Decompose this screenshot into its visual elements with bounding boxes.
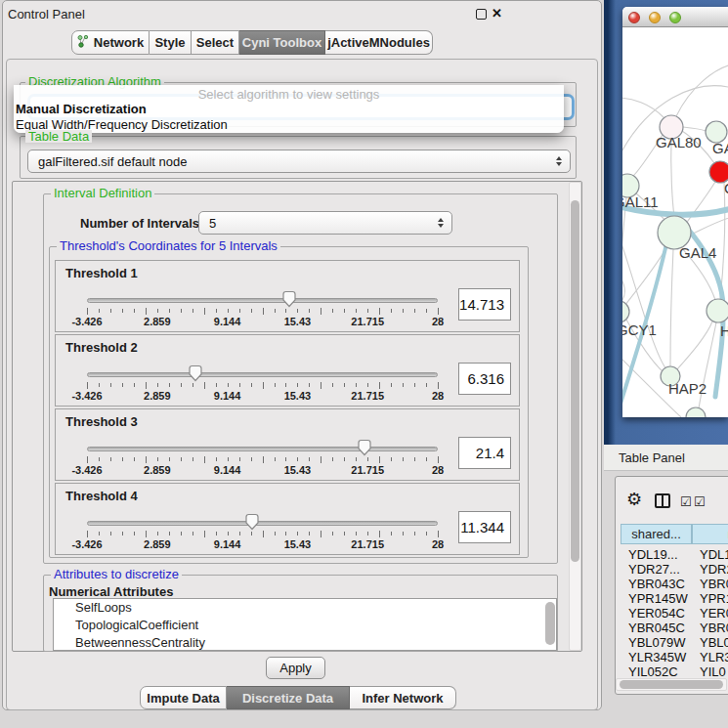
list-item-selfloops[interactable]: SelfLoops bbox=[54, 599, 556, 617]
table-cell[interactable]: YBL079W bbox=[628, 635, 692, 650]
tab-style[interactable]: Style bbox=[150, 30, 192, 55]
threshold-value-field[interactable]: 11.344 bbox=[458, 511, 511, 543]
tick-label: -3.426 bbox=[58, 538, 116, 550]
network-node-label: C bbox=[724, 180, 728, 196]
number-of-intervals-value: 5 bbox=[209, 216, 216, 231]
table-cell[interactable]: YDL19... bbox=[628, 547, 692, 562]
tick-mark bbox=[426, 309, 427, 313]
network-window-titlebar[interactable] bbox=[622, 7, 728, 27]
slider-thumb[interactable] bbox=[188, 364, 203, 382]
close-icon[interactable]: ✕ bbox=[492, 6, 502, 21]
tick-mark bbox=[367, 457, 368, 461]
tab-impute-data[interactable]: Impute Data bbox=[140, 686, 227, 709]
table-cell[interactable]: YER0 bbox=[700, 606, 728, 621]
table-cell[interactable]: YPR1 bbox=[700, 591, 728, 606]
tick-mark bbox=[169, 457, 170, 461]
table-data-combobox[interactable]: galFiltered.sif default node bbox=[27, 150, 571, 173]
slider-track[interactable] bbox=[87, 447, 438, 451]
network-node-label: GAL11 bbox=[622, 193, 659, 210]
threshold-value-field[interactable]: 6.316 bbox=[458, 363, 511, 395]
gear-icon[interactable]: ⚙ bbox=[626, 491, 642, 508]
tab-jactivemnodules[interactable]: jActiveMNodules bbox=[325, 30, 433, 55]
checkbox-icon[interactable]: ☑ bbox=[694, 494, 706, 509]
tick-mark bbox=[263, 531, 264, 537]
network-node-gcy1[interactable] bbox=[622, 301, 629, 322]
table-cell[interactable]: YIL052C bbox=[628, 664, 692, 679]
column-header-shared[interactable]: shared... bbox=[621, 524, 692, 544]
float-window-icon[interactable] bbox=[476, 9, 487, 20]
column-header-n[interactable]: n bbox=[692, 524, 728, 544]
zoom-button[interactable] bbox=[669, 12, 681, 23]
tick-mark bbox=[309, 383, 310, 387]
tick-mark bbox=[122, 383, 123, 387]
network-canvas[interactable]: GAL80GACGAL11GAL4GCY1HHAP2 bbox=[622, 27, 728, 417]
tab-network[interactable]: Network bbox=[71, 30, 150, 55]
main-scrollbar-thumb[interactable] bbox=[571, 200, 579, 562]
table-cell[interactable]: YLR3 bbox=[700, 650, 728, 664]
tick-mark bbox=[321, 308, 321, 315]
network-node-label: GA bbox=[712, 140, 728, 156]
slider-track[interactable] bbox=[87, 521, 438, 526]
dropdown-option-equal-width-frequency-discretization[interactable]: Equal Width/Frequency Discretization bbox=[14, 117, 564, 133]
tick-mark bbox=[193, 309, 193, 313]
table-cell[interactable]: YDR27... bbox=[628, 562, 692, 577]
tick-mark bbox=[309, 457, 310, 461]
attributes-list-scrollbar[interactable] bbox=[545, 602, 555, 645]
numerical-attributes-list[interactable]: SelfLoopsTopologicalCoefficientBetweenne… bbox=[53, 598, 557, 651]
tick-mark bbox=[99, 457, 100, 461]
control-panel-tabbar: NetworkStyleSelectCyni ToolboxjActiveMNo… bbox=[71, 30, 433, 55]
tick-mark bbox=[99, 532, 100, 535]
threshold-label: Threshold 1 bbox=[65, 266, 138, 280]
list-item-topologicalcoefficient[interactable]: TopologicalCoefficient bbox=[54, 617, 556, 634]
tick-mark bbox=[157, 309, 158, 313]
slider-track[interactable] bbox=[87, 372, 438, 377]
table-cell[interactable]: YER054C bbox=[628, 606, 692, 621]
table-cell[interactable]: YLR345W bbox=[628, 650, 692, 664]
tab-infer-network[interactable]: Infer Network bbox=[350, 686, 456, 709]
threshold-value-field[interactable]: 14.713 bbox=[458, 288, 511, 321]
table-cell[interactable]: YPR145W bbox=[628, 591, 692, 606]
slider-thumb[interactable] bbox=[244, 513, 260, 531]
tick-mark bbox=[146, 531, 147, 537]
table-cell[interactable]: YDR2 bbox=[700, 562, 728, 577]
network-node[interactable] bbox=[686, 407, 706, 417]
table-cell[interactable]: YBR045C bbox=[628, 621, 692, 635]
threshold-panel-3: Threshold 3-3.4262.8599.14415.4321.71528… bbox=[55, 408, 520, 481]
apply-button[interactable]: Apply bbox=[266, 657, 325, 679]
tick-mark bbox=[403, 457, 404, 461]
tick-label: 21.715 bbox=[338, 390, 397, 402]
list-item-betweennesscentrality[interactable]: BetweennessCentrality bbox=[54, 634, 556, 651]
tab-discretize-data[interactable]: Discretize Data bbox=[227, 686, 350, 709]
tick-mark bbox=[426, 383, 427, 387]
tick-mark bbox=[321, 382, 321, 389]
tab-cyni-toolbox[interactable]: Cyni Toolbox bbox=[239, 30, 325, 55]
tick-mark bbox=[263, 456, 264, 463]
tick-mark bbox=[367, 383, 368, 387]
close-button[interactable] bbox=[628, 12, 640, 23]
tick-mark bbox=[391, 383, 392, 387]
table-cell[interactable]: YDL1 bbox=[700, 547, 728, 562]
slider-thumb[interactable] bbox=[281, 290, 297, 308]
spinner-arrows-icon bbox=[438, 218, 444, 228]
tick-label: -3.426 bbox=[58, 464, 116, 476]
slider-thumb[interactable] bbox=[357, 439, 372, 456]
tick-mark bbox=[332, 532, 333, 535]
table-cell[interactable]: YIL0 bbox=[700, 664, 728, 679]
network-node-label: HAP2 bbox=[668, 380, 707, 397]
network-node-h[interactable] bbox=[707, 299, 728, 322]
tick-mark bbox=[263, 308, 264, 315]
table-cell[interactable]: YBR043C bbox=[628, 577, 692, 591]
threshold-panel-4: Threshold 4-3.4262.8599.14415.4321.71528… bbox=[55, 483, 520, 555]
table-cell[interactable]: YBL0 bbox=[700, 635, 728, 650]
threshold-value-field[interactable]: 21.4 bbox=[458, 437, 511, 469]
tab-select[interactable]: Select bbox=[192, 30, 239, 55]
dropdown-option-manual-discretization[interactable]: Manual Discretization bbox=[14, 102, 564, 117]
minimize-button[interactable] bbox=[649, 12, 661, 23]
split-columns-icon[interactable] bbox=[655, 493, 670, 508]
table-cell[interactable]: YBR0 bbox=[700, 577, 728, 591]
slider-track[interactable] bbox=[87, 298, 438, 303]
number-of-intervals-combobox[interactable]: 5 bbox=[198, 211, 452, 235]
checkbox-icon[interactable]: ☑ bbox=[680, 494, 692, 509]
table-hscrollbar-thumb[interactable] bbox=[620, 680, 723, 689]
table-cell[interactable]: YBR0 bbox=[700, 621, 728, 635]
